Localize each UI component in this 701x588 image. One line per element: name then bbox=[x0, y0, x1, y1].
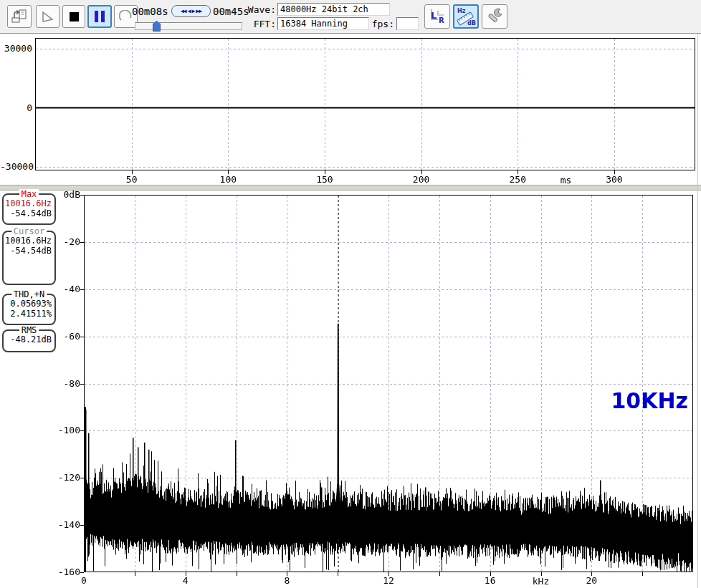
waveform-x-tick-label: 50 bbox=[126, 174, 138, 185]
axis-tickmark bbox=[80, 572, 84, 573]
transport-cluster[interactable]: ◀◀◀▶▶▶ bbox=[171, 5, 211, 17]
pause-button[interactable] bbox=[87, 5, 112, 28]
spectrum-y-tick-label: -60 bbox=[0, 331, 80, 342]
transport-glyph[interactable]: ▶▶ bbox=[196, 8, 201, 14]
waveform-panel: 300000-30000 50100150200250300ms bbox=[0, 34, 701, 185]
spectrum-x-tick-label: 8 bbox=[284, 575, 290, 586]
spectrum-y-tick-label: -80 bbox=[0, 378, 80, 389]
transport-glyph[interactable]: ▶ bbox=[192, 8, 195, 14]
waveform-y-tick-label: 30000 bbox=[0, 43, 32, 54]
svg-text:Hz: Hz bbox=[457, 8, 466, 14]
play-button[interactable] bbox=[36, 5, 59, 28]
thd-value-2: 2.41511% bbox=[4, 309, 54, 319]
waveform-y-tick-label: -30000 bbox=[0, 161, 32, 172]
spectrum-x-unit-label: kHz bbox=[533, 576, 549, 587]
spectrum-x-tick-label: 12 bbox=[383, 575, 394, 586]
stop-button[interactable] bbox=[62, 5, 85, 28]
stop-icon bbox=[70, 12, 79, 21]
svg-text:L: L bbox=[431, 10, 437, 21]
wrench-icon bbox=[485, 7, 504, 26]
fps-field[interactable] bbox=[396, 17, 419, 30]
cursor-level-value: -54.54dB bbox=[4, 246, 54, 256]
spectrum-x-tick-label: 0 bbox=[81, 575, 87, 586]
spectrum-y-tick-label: -160 bbox=[0, 567, 80, 577]
cursor-title: Cursor bbox=[11, 226, 47, 236]
fft-label: FFT: bbox=[244, 19, 276, 29]
spectrum-plot[interactable] bbox=[84, 195, 693, 576]
axis-tickmark bbox=[80, 337, 84, 337]
loop-icon bbox=[119, 10, 133, 23]
settings-button[interactable] bbox=[482, 4, 507, 29]
channel-lr-button[interactable]: L R bbox=[424, 4, 450, 29]
wave-label: Wave: bbox=[244, 4, 276, 15]
axis-tickmark bbox=[80, 478, 84, 478]
axis-tickmark bbox=[80, 430, 84, 431]
waveform-y-tick-label: 0 bbox=[0, 102, 32, 113]
time-elapsed: 00m08s bbox=[132, 6, 168, 17]
hz-db-ruler-icon: Hz dB bbox=[456, 6, 476, 26]
waveform-x-unit-label: ms bbox=[561, 175, 572, 185]
spectrum-y-tick-label: -140 bbox=[0, 519, 80, 530]
axis-tickmark bbox=[80, 195, 84, 196]
spectrum-x-tick-label: 4 bbox=[183, 575, 189, 586]
svg-text:R: R bbox=[439, 16, 444, 24]
seek-slider[interactable] bbox=[135, 22, 242, 30]
axis-tickmark bbox=[80, 525, 84, 526]
open-file-button[interactable] bbox=[7, 5, 32, 28]
open-file-icon bbox=[11, 9, 27, 24]
spectrum-y-tick-label: -20 bbox=[0, 236, 80, 247]
spectrum-y-tick-label: 0dB bbox=[0, 189, 80, 200]
panel-splitter[interactable] bbox=[0, 185, 701, 191]
spectrum-panel: Max 10016.6Hz -54.54dB Cursor 10016.6Hz … bbox=[0, 191, 701, 588]
axis-tickmark bbox=[80, 289, 84, 290]
svg-text:dB: dB bbox=[467, 20, 476, 26]
fft-settings-field[interactable]: 16384 Hanning bbox=[277, 17, 369, 30]
thd-value-1: 0.05693% bbox=[4, 299, 54, 309]
pause-icon bbox=[95, 11, 105, 22]
hz-db-scale-button[interactable]: Hz dB bbox=[453, 4, 479, 29]
waveform-x-tick-label: 300 bbox=[606, 174, 622, 185]
max-frequency-value: 10016.6Hz bbox=[4, 198, 54, 208]
waveform-x-tick-label: 200 bbox=[413, 174, 429, 185]
thd-readout-box: THD,+N 0.05693% 2.41511% bbox=[2, 294, 56, 325]
seek-slider-thumb[interactable] bbox=[153, 21, 161, 32]
max-level-value: -54.54dB bbox=[4, 208, 54, 218]
wave-format-field[interactable]: 48000Hz 24bit 2ch bbox=[277, 3, 390, 16]
spectrum-x-tick-label: 20 bbox=[586, 575, 598, 586]
wave-spectra-window: 00m08s ◀◀◀▶▶▶ 00m45s Wave: 48000Hz 24bit… bbox=[0, 0, 701, 588]
axis-tickmark bbox=[80, 384, 84, 385]
channel-lr-icon: L R bbox=[428, 7, 447, 26]
waveform-x-tick-label: 150 bbox=[316, 174, 333, 185]
waveform-x-tick-label: 250 bbox=[509, 174, 525, 185]
waveform-x-tick-label: 100 bbox=[220, 174, 237, 185]
window-right-edge bbox=[697, 34, 698, 588]
transport-glyph[interactable]: ◀ bbox=[188, 8, 191, 14]
spectrum-y-tick-label: -100 bbox=[0, 425, 80, 435]
waveform-plot bbox=[35, 38, 695, 175]
spectrum-x-tick-label: 16 bbox=[485, 575, 496, 586]
spectrum-y-tick-label: -40 bbox=[0, 284, 80, 294]
frequency-annotation: 10KHz bbox=[593, 388, 688, 413]
transport-glyph[interactable]: ◀◀ bbox=[181, 8, 186, 14]
fps-label: fps: bbox=[371, 19, 394, 29]
toolbar: 00m08s ◀◀◀▶▶▶ 00m45s Wave: 48000Hz 24bit… bbox=[0, 0, 701, 34]
spectrum-y-tick-label: -120 bbox=[0, 472, 80, 483]
axis-tickmark bbox=[80, 242, 84, 243]
play-icon bbox=[41, 10, 55, 23]
